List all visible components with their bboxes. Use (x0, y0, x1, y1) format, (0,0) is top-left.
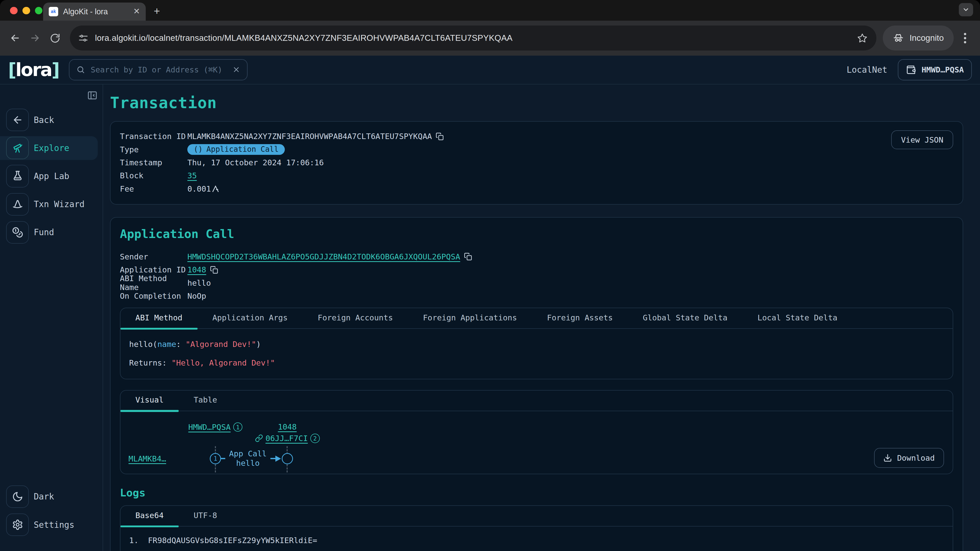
page-title: Transaction (110, 94, 963, 112)
sidebar-item-txn-wizard[interactable]: Txn Wizard (0, 192, 103, 216)
graph-application-link[interactable]: 1048 (278, 422, 297, 431)
close-window-button[interactable] (10, 7, 18, 14)
field-label: Block (120, 171, 187, 180)
forward-nav-icon[interactable] (26, 29, 44, 47)
new-tab-button[interactable]: + (154, 5, 160, 17)
view-json-button[interactable]: View JSON (891, 130, 953, 149)
sidebar-footer: Dark Settings (0, 485, 103, 551)
field-label: Fee (120, 184, 187, 193)
browser-menu-icon[interactable] (959, 33, 971, 43)
logo-text: lora (16, 59, 52, 80)
search-input[interactable] (91, 65, 226, 74)
sidebar-item-settings[interactable]: Settings (0, 513, 103, 537)
logo-bracket: [ (8, 59, 16, 80)
theme-toggle-dark[interactable]: Dark (0, 485, 103, 508)
abi-method-name-value: hello (187, 279, 211, 287)
abi-param-value: "Algorand Dev!" (186, 340, 256, 349)
copy-icon[interactable] (436, 132, 444, 141)
sidebar-item-explore[interactable]: Explore (0, 136, 98, 160)
browser-chrome: ak AlgoKit - lora ✕ + lor (0, 0, 980, 56)
tab-search-chevron-icon[interactable] (959, 3, 973, 16)
abi-method-name: hello (129, 340, 153, 349)
abi-returns-label: Returns: (129, 359, 172, 367)
log-entry-value: FR98dQAUSGVsbG8sIEFsZ29yYW5kIERldiE= (148, 536, 317, 545)
app-header: [lora] LocalNet HMWD…PQSA (0, 56, 980, 84)
tab-visual[interactable]: Visual (121, 391, 179, 411)
tab-local-state-delta[interactable]: Local State Delta (742, 308, 853, 328)
application-call-title: Application Call (120, 227, 953, 241)
graph-account-link[interactable]: HMWD…PQSA (188, 423, 231, 432)
application-id-link[interactable]: 1048 (187, 265, 206, 274)
url-bar[interactable]: lora.algokit.io/localnet/transaction/MLA… (70, 25, 877, 51)
reload-icon[interactable] (46, 29, 64, 47)
sender-address-link[interactable]: HMWDSHQCOPD2T36WBAHLAZ6PO5GDJJZBN4D2TODK… (187, 252, 460, 261)
tab-foreign-accounts[interactable]: Foreign Accounts (303, 308, 408, 328)
network-selector[interactable]: LocalNet (847, 65, 887, 75)
screenshot-root: ak AlgoKit - lora ✕ + lor (0, 0, 980, 551)
logs-title: Logs (120, 486, 953, 499)
tab-utf8[interactable]: UTF-8 (179, 506, 232, 526)
app-call-detail-panel: ABI Method Application Args Foreign Acco… (120, 308, 953, 380)
arrow-left-icon (6, 109, 29, 131)
search-clear-icon[interactable] (232, 65, 240, 74)
log-entry: 1. FR98dQAUSGVsbG8sIEFsZ29yYW5kIERldiE= (121, 527, 953, 551)
tab-foreign-assets[interactable]: Foreign Assets (532, 308, 628, 328)
field-label: ABI Method Name (120, 274, 187, 292)
back-nav-icon[interactable] (6, 29, 24, 47)
moon-icon (6, 486, 29, 508)
tab-table[interactable]: Table (179, 391, 232, 411)
tab-foreign-applications[interactable]: Foreign Applications (408, 308, 532, 328)
copy-icon[interactable] (464, 252, 472, 261)
tab-global-state-delta[interactable]: Global State Delta (628, 308, 742, 328)
sidebar-item-label: Txn Wizard (34, 199, 84, 209)
logs-tabs: Base64 UTF-8 (121, 506, 953, 527)
graph-node-target[interactable] (282, 453, 293, 464)
transaction-graph: HMWD…PQSA 1 1048 06JJ…F7CI (121, 411, 953, 474)
flask-icon (6, 165, 29, 187)
transaction-visual-panel: Visual Table HMWD…PQSA 1 1048 (120, 390, 953, 474)
bookmark-star-icon[interactable] (857, 33, 868, 44)
graph-group-badge: 2 (310, 433, 320, 443)
transaction-id-value: MLAMKB4ANXZ5NA2XY7ZNF3EAIROHVWPAB4A7CLT6… (187, 132, 432, 141)
sidebar-item-label: Fund (34, 227, 54, 237)
block-link[interactable]: 35 (187, 171, 197, 180)
global-search[interactable] (69, 59, 248, 80)
tab-application-args[interactable]: Application Args (197, 308, 303, 328)
sidebar-item-label: Dark (34, 492, 54, 502)
field-label: Application ID (120, 265, 187, 274)
gear-icon (6, 513, 29, 536)
coins-icon (6, 221, 29, 244)
timestamp-value: Thu, 17 October 2024 17:06:16 (187, 158, 324, 167)
download-button[interactable]: Download (874, 448, 944, 468)
minimize-window-button[interactable] (22, 7, 30, 14)
lora-logo[interactable]: [lora] (8, 61, 59, 79)
abi-returns-value: "Hello, Algorand Dev!" (172, 359, 275, 367)
window-controls[interactable] (10, 7, 42, 14)
site-settings-icon[interactable] (79, 33, 88, 43)
incognito-icon (893, 32, 904, 44)
tab-favicon-icon: ak (49, 7, 58, 16)
app-call-tabs: ABI Method Application Args Foreign Acco… (121, 308, 953, 329)
sidebar-item-fund[interactable]: Fund (0, 221, 103, 244)
copy-icon[interactable] (210, 266, 218, 274)
tab-close-icon[interactable]: ✕ (133, 7, 140, 16)
browser-tab[interactable]: ak AlgoKit - lora ✕ (43, 3, 146, 21)
tab-abi-method[interactable]: ABI Method (121, 308, 197, 328)
wallet-button[interactable]: HMWD…PQSA (898, 59, 972, 80)
tab-base64[interactable]: Base64 (121, 506, 179, 526)
browser-toolbar: lora.algokit.io/localnet/transaction/MLA… (0, 21, 980, 56)
sidebar-collapse-icon[interactable] (87, 90, 98, 101)
graph-edge-label: App Call hello (225, 449, 270, 468)
visual-tabs: Visual Table (121, 391, 953, 411)
sidebar-item-back[interactable]: Back (0, 108, 103, 132)
graph-node-1[interactable]: 1 (210, 453, 221, 464)
download-icon (883, 454, 892, 462)
graph-transaction-link[interactable]: MLAMKB4… (129, 454, 166, 463)
incognito-label: Incognito (910, 33, 944, 43)
sidebar-item-label: Settings (34, 520, 74, 530)
graph-group-link[interactable]: 06JJ…F7CI (266, 434, 308, 443)
sidebar-item-label: App Lab (34, 171, 69, 181)
sidebar-item-app-lab[interactable]: App Lab (0, 164, 103, 188)
abi-param-name: name (158, 340, 177, 349)
maximize-window-button[interactable] (35, 7, 42, 14)
